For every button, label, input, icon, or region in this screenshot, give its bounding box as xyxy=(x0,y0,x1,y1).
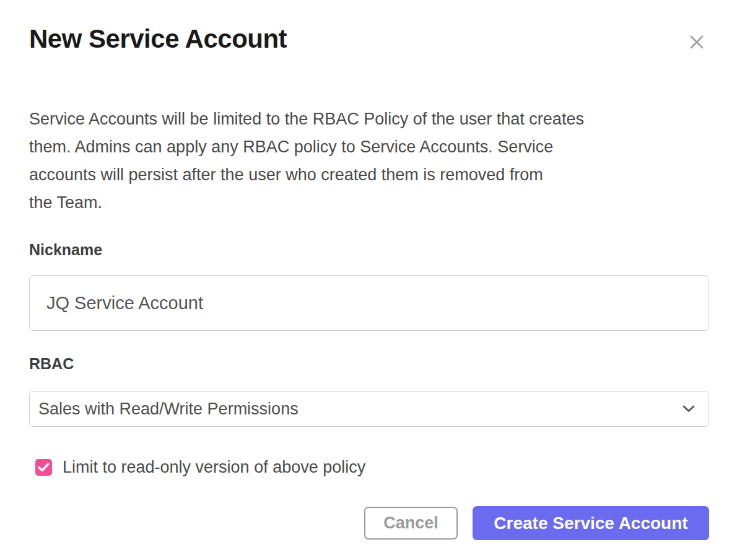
modal-actions: Cancel Create Service Account xyxy=(29,506,709,540)
close-icon xyxy=(687,33,706,51)
read-only-checkbox-label: Limit to read-only version of above poli… xyxy=(63,458,365,477)
read-only-checkbox-row: Limit to read-only version of above poli… xyxy=(29,458,709,477)
cancel-button[interactable]: Cancel xyxy=(364,507,458,540)
nickname-label: Nickname xyxy=(29,240,709,259)
modal-title: New Service Account xyxy=(29,24,709,55)
rbac-label: RBAC xyxy=(29,354,709,373)
rbac-selected-value: Sales with Read/Write Permissions xyxy=(38,400,299,419)
create-service-account-button[interactable]: Create Service Account xyxy=(473,506,709,540)
modal-description: Service Accounts will be limited to the … xyxy=(29,105,709,217)
rbac-select[interactable]: Sales with Read/Write Permissions xyxy=(29,391,709,427)
nickname-input[interactable] xyxy=(29,275,709,331)
new-service-account-modal: New Service Account Service Accounts wil… xyxy=(0,0,737,560)
close-button[interactable] xyxy=(684,30,709,55)
checkmark-icon xyxy=(38,463,50,472)
modal-header: New Service Account xyxy=(29,24,709,55)
chevron-down-icon xyxy=(681,404,696,414)
read-only-checkbox[interactable] xyxy=(35,459,52,476)
